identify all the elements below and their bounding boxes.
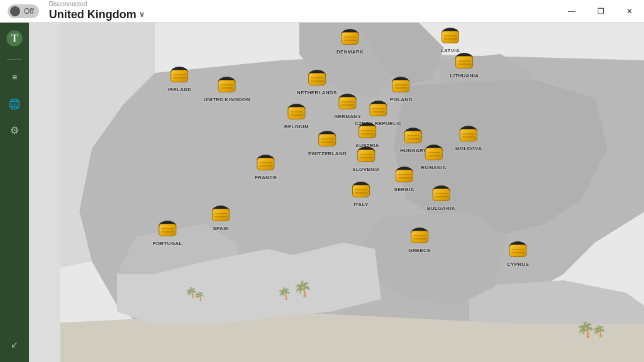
- server-pin-latvia[interactable]: LATVIA: [441, 31, 460, 53]
- app-logo: T: [5, 29, 24, 48]
- barrel-icon: [396, 170, 413, 186]
- tree-decoration-1: 🌴: [293, 280, 312, 298]
- sidebar-item-globe[interactable]: 🌐: [3, 92, 26, 115]
- barrel-stripe-1: [361, 130, 374, 131]
- server-label: DENMARK: [336, 49, 364, 55]
- server-pin-slovenia[interactable]: SLOVENIA: [352, 150, 379, 172]
- barrel-stripe-2: [341, 104, 354, 106]
- barrel-body: [352, 185, 370, 197]
- barrel-stripe-1: [372, 108, 385, 109]
- close-button[interactable]: ✕: [615, 0, 644, 23]
- server-pin-belgium[interactable]: BELGIUM: [284, 107, 309, 129]
- server-pin-spain[interactable]: SPAIN: [212, 209, 230, 231]
- barrel-icon: [308, 73, 326, 89]
- barrel-body: [339, 97, 357, 109]
- barrel-icon: [392, 80, 410, 96]
- server-pin-denmark[interactable]: DENMARK: [336, 32, 364, 55]
- menu-icon: ≡: [12, 72, 17, 82]
- barrel-icon: [339, 97, 357, 113]
- server-pin-bulgaria[interactable]: BULGARIA: [427, 189, 455, 211]
- barrel-stripe-2: [260, 165, 272, 167]
- barrel-stripe-1: [341, 101, 354, 102]
- barrel-body: [392, 80, 410, 92]
- barrel-stripe-2: [372, 111, 385, 112]
- server-pin-romania[interactable]: ROMANIA: [421, 148, 446, 170]
- sidebar-item-arrow[interactable]: ↙: [3, 333, 26, 356]
- barrel-stripe-2: [311, 80, 323, 82]
- server-pin-cyprus[interactable]: CYPRUS: [507, 244, 529, 267]
- barrel-stripe-2: [428, 155, 440, 156]
- barrel-icon: [460, 129, 477, 145]
- barrel-stripe-2: [344, 40, 357, 41]
- barrel-body: [158, 224, 176, 236]
- barrel-icon: [212, 209, 230, 225]
- server-pin-serbia[interactable]: SERBIA: [394, 170, 414, 192]
- server-pin-moldova[interactable]: MOLDOVA: [455, 129, 482, 151]
- server-pin-austria[interactable]: AUSTRIA: [355, 126, 379, 148]
- barrel-stripe-1: [458, 60, 470, 62]
- barrel-body: [171, 70, 189, 82]
- barrel-icon: [287, 107, 305, 123]
- barrel-stripe-1: [321, 138, 333, 140]
- barrel-stripe-1: [511, 249, 524, 250]
- barrel-icon: [257, 158, 275, 174]
- server-pin-ireland[interactable]: IRELAND: [168, 70, 192, 92]
- barrel-body: [425, 148, 443, 160]
- map-container: 🌴 🌴 🌴 🌴 🌴 🌴 IRELAND UNITED KINGDOM: [29, 23, 644, 362]
- sidebar-item-settings[interactable]: ⚙: [3, 119, 26, 141]
- server-pin-france[interactable]: FRANCE: [255, 158, 277, 180]
- server-pin-switzerland[interactable]: SWITZERLAND: [308, 134, 347, 156]
- server-label: PORTUGAL: [152, 241, 182, 246]
- barrel-icon: [455, 56, 473, 72]
- minimize-button[interactable]: —: [557, 0, 586, 23]
- server-pin-italy[interactable]: ITALY: [352, 185, 370, 207]
- barrel-stripe-2: [413, 238, 426, 239]
- barrel-icon: [318, 134, 336, 150]
- server-label: SERBIA: [394, 187, 414, 192]
- server-pin-portugal[interactable]: PORTUGAL: [152, 224, 182, 246]
- barrel-stripe-1: [221, 84, 233, 85]
- server-label: ROMANIA: [421, 165, 446, 170]
- server-pin-poland[interactable]: POLAND: [390, 80, 413, 102]
- server-label: BULGARIA: [427, 206, 455, 211]
- server-label: NETHERLANDS: [297, 90, 337, 96]
- vpn-toggle[interactable]: Off: [8, 4, 39, 18]
- server-pin-czech[interactable]: CZECH REPUBLIC: [355, 104, 402, 126]
- server-label: UNITED KINGDOM: [203, 97, 250, 102]
- barrel-body: [257, 158, 275, 170]
- barrel-body: [287, 107, 305, 119]
- barrel-stripe-1: [407, 135, 419, 136]
- barrel-icon: [441, 31, 459, 47]
- barrel-stripe-2: [462, 136, 475, 138]
- server-label: ITALY: [353, 202, 368, 207]
- window-controls: — ❐ ✕: [557, 0, 644, 23]
- maximize-button[interactable]: ❐: [586, 0, 615, 23]
- server-pin-greece[interactable]: GREECE: [408, 231, 431, 253]
- barrel-body: [441, 31, 459, 43]
- barrel-stripe-1: [344, 36, 357, 38]
- connection-info: Disconnected United Kingdom ∨: [47, 1, 145, 22]
- barrel-body: [396, 170, 413, 182]
- server-label: FRANCE: [255, 175, 277, 180]
- sidebar-item-menu[interactable]: ≡: [3, 66, 26, 89]
- barrel-icon: [357, 150, 375, 166]
- barrel-stripe-2: [444, 38, 457, 40]
- server-pin-netherlands[interactable]: NETHERLANDS: [297, 73, 337, 96]
- toggle-label: Off: [24, 7, 34, 16]
- server-label: SWITZERLAND: [308, 151, 347, 156]
- server-pin-uk[interactable]: UNITED KINGDOM: [203, 80, 250, 102]
- server-pin-lithuania[interactable]: LITHUANIA: [450, 56, 479, 79]
- connection-status: Disconnected: [49, 1, 145, 8]
- barrel-icon: [158, 224, 176, 240]
- server-label: LITHUANIA: [450, 73, 479, 79]
- barrel-stripe-2: [161, 231, 174, 233]
- settings-icon: ⚙: [10, 124, 19, 136]
- selected-country[interactable]: United Kingdom ∨: [49, 8, 145, 22]
- barrel-stripe-1: [398, 174, 411, 175]
- barrel-body: [460, 129, 477, 141]
- barrel-body: [308, 73, 326, 85]
- tree-decoration-4: 🌴: [592, 324, 606, 338]
- server-label: POLAND: [390, 97, 413, 102]
- barrel-icon: [218, 80, 236, 96]
- barrel-stripe-2: [458, 63, 470, 65]
